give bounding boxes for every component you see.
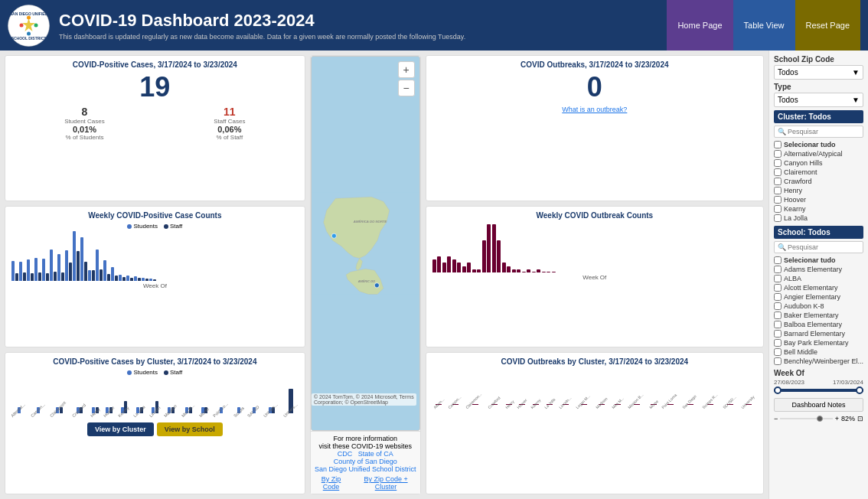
school-audubon[interactable]: Audubon K-8 [774, 302, 863, 311]
school-balboa[interactable]: Balboa Elementary [774, 320, 863, 329]
school-baypark[interactable]: Bay Park Elementary [774, 338, 863, 347]
student-cases-pct: 0,01% [64, 125, 104, 134]
map-info-text: For more information visit these COVID-1… [314, 435, 417, 473]
zoom-minus-icon[interactable]: − [774, 415, 778, 422]
cluster-clairemont-checkbox[interactable] [774, 168, 782, 176]
reset-page-button[interactable]: Reset Page [795, 0, 860, 51]
zip-code-dropdown[interactable]: Todos ▼ [774, 65, 863, 80]
cluster-kearny-checkbox[interactable] [774, 205, 782, 213]
school-angier[interactable]: Angier Elementary [774, 292, 863, 302]
county-link[interactable]: County of San Diego [334, 458, 397, 465]
type-label: Type [774, 83, 863, 91]
cluster-crawford[interactable]: Crawford [774, 177, 863, 186]
district-link[interactable]: San Diego Unified School District [315, 465, 416, 473]
cluster-staff-dot [164, 370, 168, 375]
school-baker[interactable]: Baker Elementary [774, 311, 863, 320]
week-slider[interactable] [774, 389, 863, 392]
svg-point-4 [20, 23, 24, 27]
staff-cases-label: Staff Cases [214, 118, 245, 125]
weekly-outbreaks-axis-label: Week Of [431, 274, 759, 281]
slider-left-thumb[interactable] [774, 386, 782, 394]
fit-screen-icon[interactable]: ⊡ [857, 415, 863, 422]
staff-legend-dot [164, 224, 168, 229]
cluster-canyon-checkbox[interactable] [774, 159, 782, 167]
cases-total: 19 [10, 72, 300, 103]
cluster-canyon[interactable]: Canyon Hills [774, 158, 863, 168]
svg-point-12 [374, 283, 379, 288]
school-alcott[interactable]: Alcott Elementary [774, 283, 863, 292]
weekly-cases-axis-label: Week Of [10, 282, 300, 289]
cdc-link[interactable]: CDC [338, 450, 353, 458]
district-logo: SAN DIEGO UNIFIED SCHOOL DISTRICT [8, 5, 50, 47]
cluster-hoover[interactable]: Hoover [774, 195, 863, 204]
type-dropdown[interactable]: Todos ▼ [774, 93, 863, 107]
slider-right-thumb[interactable] [856, 386, 863, 394]
school-search-icon: 🔍 [778, 243, 786, 251]
cluster-alternative-checkbox[interactable] [774, 150, 782, 158]
svg-text:SCHOOL DISTRICT: SCHOOL DISTRICT [11, 36, 47, 41]
school-barnard[interactable]: Barnard Elementary [774, 329, 863, 338]
cluster-crawford-checkbox[interactable] [774, 178, 782, 185]
cluster-henry-checkbox[interactable] [774, 187, 782, 194]
view-by-cluster-button[interactable]: View by Cluster [87, 422, 154, 436]
view-by-school-button[interactable]: View by School [157, 422, 223, 436]
cluster-lajolla-checkbox[interactable] [774, 214, 782, 222]
state-link[interactable]: State of CA [358, 450, 393, 458]
week-end-date: 17/03/2024 [833, 379, 863, 386]
cluster-list: Selecionar tudo Alternative/Atypical Can… [774, 140, 863, 223]
by-zip-tab[interactable]: By Zip Code [314, 475, 349, 491]
cases-title: COVID-Positive Cases, 3/17/2024 to 3/23/… [10, 60, 300, 69]
map-svg: AMÉRICA DO NORTE AMÉRIC DO [312, 57, 419, 430]
outbreaks-title: COVID Outbreaks, 3/17/2024 to 3/23/2024 [431, 60, 759, 69]
svg-point-6 [27, 31, 31, 35]
outbreaks-card: COVID Outbreaks, 3/17/2024 to 3/23/2024 … [426, 55, 764, 201]
zoom-plus-icon[interactable]: + [835, 415, 839, 422]
school-search-input[interactable] [788, 243, 860, 251]
cluster-search-input[interactable] [788, 128, 860, 135]
school-search[interactable]: 🔍 [774, 241, 863, 253]
main-content: COVID-Positive Cases, 3/17/2024 to 3/23/… [0, 51, 868, 499]
cluster-section-header: Cluster: Todos [774, 110, 863, 123]
by-zip-cluster-tab[interactable]: By Zip Code + Cluster [354, 475, 416, 491]
svg-text:AMÉRIC DO: AMÉRIC DO [357, 279, 374, 283]
map-zoom-out-button[interactable]: − [398, 80, 415, 96]
school-section-header: School: Todos [774, 226, 863, 239]
school-benchley[interactable]: Benchley/Weinberger El... [774, 357, 863, 366]
cluster-clairemont[interactable]: Clairemont [774, 168, 863, 177]
cluster-outbreaks-chart: Altern... Canyon... Clairemon... Crawfor… [431, 369, 759, 411]
home-page-button[interactable]: Home Page [667, 0, 733, 51]
cases-stats-row: 8 Student Cases 0,01% % of Students 11 S… [10, 106, 300, 141]
cluster-select-all-checkbox[interactable] [774, 141, 782, 148]
school-bell[interactable]: Bell Middle [774, 347, 863, 357]
cluster-henry[interactable]: Henry [774, 186, 863, 195]
cluster-lajolla[interactable]: La Jolla [774, 214, 863, 223]
map-footer: For more information visit these COVID-1… [311, 431, 420, 494]
weekly-outbreaks-title: Weekly COVID Outbreak Counts [431, 211, 759, 220]
staff-pct-label: % of Staff [214, 134, 245, 141]
type-dropdown-chevron-icon: ▼ [852, 96, 860, 104]
weekly-cases-legend: Students Staff [10, 223, 300, 230]
cluster-students-dot [127, 370, 132, 375]
cluster-hoover-checkbox[interactable] [774, 196, 782, 204]
dashboard-notes-button[interactable]: Dashboard Notes [774, 398, 863, 412]
staff-legend-item: Staff [164, 223, 182, 230]
school-alba[interactable]: ALBA [774, 274, 863, 283]
cluster-kearny[interactable]: Kearny [774, 204, 863, 214]
students-legend-dot [127, 224, 132, 229]
zoom-slider-thumb[interactable] [817, 416, 823, 422]
cluster-search[interactable]: 🔍 [774, 126, 863, 138]
dropdown-chevron-icon: ▼ [852, 68, 860, 77]
week-start-date: 27/08/2023 [774, 379, 804, 386]
map-container[interactable]: AMÉRICA DO NORTE AMÉRIC DO + − © 2024 To… [311, 56, 420, 431]
school-select-all[interactable]: Selecionar tudo [774, 256, 863, 265]
student-cases-count: 8 [64, 106, 104, 118]
cluster-select-all[interactable]: Selecionar tudo [774, 140, 863, 149]
table-view-button[interactable]: Table View [733, 0, 795, 51]
student-pct-label: % of Students [64, 134, 104, 141]
what-is-outbreak-link[interactable]: What is an outbreak? [431, 106, 759, 113]
cluster-alternative[interactable]: Alternative/Atypical [774, 149, 863, 158]
svg-text:AMÉRICA DO NORTE: AMÉRICA DO NORTE [353, 220, 387, 223]
staff-cases-pct: 0,06% [214, 125, 245, 134]
school-adams[interactable]: Adams Elementary [774, 265, 863, 274]
map-zoom-in-button[interactable]: + [398, 61, 415, 78]
